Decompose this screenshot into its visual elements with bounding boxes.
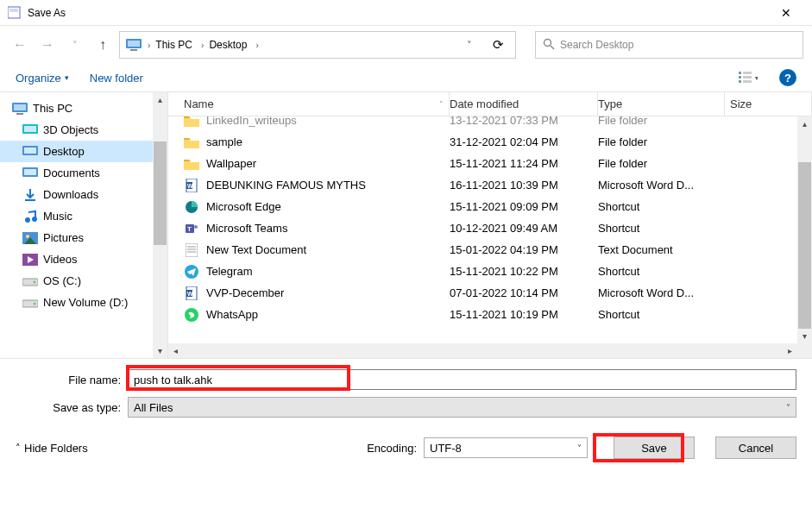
- file-name: Telegram: [206, 265, 252, 278]
- folder-icon: [184, 116, 199, 129]
- sidebar-item-downloads[interactable]: Downloads: [0, 184, 167, 205]
- file-hscrollbar[interactable]: ◂▸: [168, 343, 797, 358]
- svg-rect-23: [25, 199, 35, 201]
- file-date: 07-01-2022 10:14 PM: [450, 286, 598, 299]
- organize-menu[interactable]: Organize▾: [16, 72, 69, 85]
- pictures-icon: [22, 231, 38, 245]
- file-type: Shortcut: [598, 265, 725, 278]
- svg-point-5: [544, 39, 551, 46]
- crumb-this-pc[interactable]: This PC›: [155, 39, 204, 51]
- sidebar-item-pictures[interactable]: Pictures: [0, 227, 167, 248]
- address-dropdown[interactable]: ˅: [467, 40, 472, 51]
- file-date: 16-11-2021 10:39 PM: [450, 179, 598, 192]
- file-row[interactable]: WDEBUNKING FAMOUS MYTHS16-11-2021 10:39 …: [168, 174, 797, 196]
- breadcrumb-sep[interactable]: ›: [148, 41, 150, 50]
- close-button[interactable]: ✕: [767, 6, 805, 20]
- file-type: File folder: [598, 116, 725, 127]
- file-row[interactable]: WVVP-December07-01-2022 10:14 PMMicrosof…: [168, 282, 797, 304]
- sidebar-item-label: Desktop: [43, 145, 85, 158]
- address-bar[interactable]: › This PC› Desktop› ˅ ⟳: [119, 31, 516, 59]
- sidebar-item-label: Documents: [43, 167, 100, 179]
- recent-dropdown[interactable]: ˅: [64, 34, 86, 56]
- sidebar-item-label: New Volume (D:): [43, 296, 128, 309]
- cancel-button[interactable]: Cancel: [715, 437, 796, 459]
- refresh-button[interactable]: ⟳: [486, 37, 510, 53]
- file-type: File folder: [598, 157, 725, 170]
- sidebar-item-new-volume-d-[interactable]: New Volume (D:): [0, 292, 167, 313]
- file-vscrollbar[interactable]: ▴ ▾: [797, 116, 812, 343]
- file-row[interactable]: WhatsApp15-11-2021 10:19 PMShortcut: [168, 304, 797, 325]
- file-row[interactable]: sample31-12-2021 02:04 PMFile folder: [168, 131, 797, 153]
- filename-input[interactable]: [128, 369, 796, 390]
- folder-icon: [184, 135, 199, 150]
- help-button[interactable]: ?: [779, 69, 796, 86]
- svg-rect-9: [739, 76, 741, 79]
- svg-point-24: [25, 217, 30, 223]
- file-name: Wallpaper: [206, 157, 256, 170]
- file-type: Shortcut: [598, 200, 725, 213]
- sidebar-item-desktop[interactable]: Desktop: [0, 141, 167, 162]
- save-button[interactable]: Save: [614, 437, 695, 459]
- file-row[interactable]: Microsoft Edge15-11-2021 09:09 PMShortcu…: [168, 196, 797, 217]
- file-row[interactable]: New Text Document15-01-2022 04:19 PMText…: [168, 239, 797, 261]
- teams-icon: T: [184, 221, 199, 236]
- savetype-select[interactable]: All Files˅: [128, 397, 796, 418]
- crumb-desktop[interactable]: Desktop›: [209, 39, 258, 51]
- downloads-icon: [22, 188, 38, 202]
- search-placeholder: Search Desktop: [560, 39, 633, 51]
- forward-button[interactable]: →: [36, 34, 59, 56]
- app-icon: [7, 6, 22, 20]
- sidebar-item-label: OS (C:): [43, 274, 81, 287]
- search-input[interactable]: Search Desktop: [535, 31, 803, 59]
- folder-icon: [184, 156, 199, 172]
- svg-rect-22: [24, 169, 36, 175]
- file-name: VVP-December: [206, 286, 284, 299]
- file-date: 15-11-2021 10:22 PM: [450, 265, 598, 278]
- drive-icon: [22, 296, 38, 310]
- sidebar-item-label: This PC: [33, 102, 72, 115]
- svg-rect-4: [130, 49, 137, 51]
- back-button[interactable]: ←: [9, 34, 31, 56]
- up-button[interactable]: ↑: [91, 34, 114, 56]
- desktop-icon: [22, 145, 38, 159]
- sidebar-item-os-c-[interactable]: OS (C:): [0, 270, 167, 292]
- file-row[interactable]: Wallpaper15-11-2021 11:24 PMFile folder: [168, 153, 797, 174]
- file-date: 15-11-2021 09:09 PM: [450, 200, 598, 213]
- file-date: 15-11-2021 10:19 PM: [450, 308, 598, 321]
- file-date: 15-11-2021 11:24 PM: [450, 157, 598, 170]
- file-name: sample: [206, 135, 242, 148]
- toolbar: Organize▾ New folder ▾ ?: [0, 64, 812, 91]
- hide-folders-toggle[interactable]: ˄Hide Folders: [16, 442, 88, 455]
- col-header-type[interactable]: Type: [598, 92, 725, 116]
- view-menu[interactable]: ▾: [738, 67, 758, 88]
- filename-label: File name:: [16, 374, 128, 386]
- titlebar: Save As ✕: [0, 0, 812, 26]
- sidebar-item-label: Music: [43, 210, 72, 223]
- col-header-date[interactable]: Date modified: [450, 92, 598, 116]
- file-name: Microsoft Teams: [206, 222, 287, 235]
- sidebar-scrollbar[interactable]: ▴ ▾: [153, 92, 167, 358]
- new-folder-button[interactable]: New folder: [90, 72, 143, 85]
- sidebar-item-documents[interactable]: Documents: [0, 162, 167, 184]
- sidebar-item-music[interactable]: Music: [0, 205, 167, 227]
- file-type: Microsoft Word D...: [598, 179, 725, 192]
- sidebar-item-3d-objects[interactable]: 3D Objects: [0, 119, 167, 141]
- videos-icon: [22, 253, 38, 267]
- file-date: 15-01-2022 04:19 PM: [450, 243, 598, 256]
- encoding-select[interactable]: UTF-8˅: [424, 437, 588, 458]
- sidebar-item-videos[interactable]: Videos: [0, 248, 167, 270]
- txt-icon: [184, 242, 199, 258]
- sidebar-item-this-pc[interactable]: This PC: [0, 97, 167, 119]
- file-row[interactable]: TMicrosoft Teams10-12-2021 09:49 AMShort…: [168, 217, 797, 239]
- svg-rect-16: [16, 113, 23, 115]
- file-pane: Name˄ Date modified Type Size LinkedIn_w…: [168, 92, 812, 358]
- edge-icon: [184, 199, 199, 215]
- svg-text:W: W: [187, 291, 193, 297]
- file-row[interactable]: Telegram15-11-2021 10:22 PMShortcut: [168, 261, 797, 282]
- sidebar: This PC3D ObjectsDesktopDocumentsDownloa…: [0, 92, 168, 358]
- svg-point-25: [32, 217, 37, 222]
- col-header-size[interactable]: Size: [725, 92, 812, 116]
- svg-rect-1: [9, 9, 18, 12]
- col-header-name[interactable]: Name˄: [168, 92, 450, 116]
- file-row[interactable]: LinkedIn_writeups13-12-2021 07:33 PMFile…: [168, 116, 797, 131]
